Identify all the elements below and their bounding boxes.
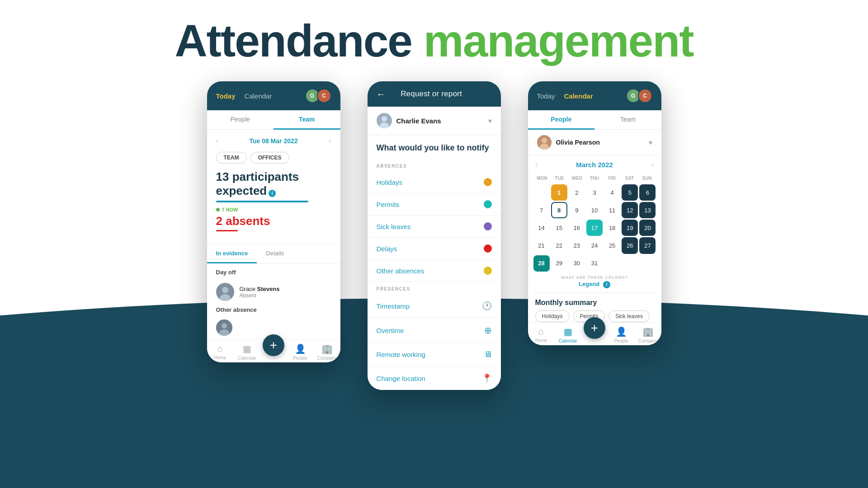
inner-tab-evidence[interactable]: In evidence [207, 244, 257, 263]
phones-container: Today Calendar G C People Team ‹ Tue 08 … [207, 81, 661, 390]
cal-day-15[interactable]: 15 [551, 220, 567, 236]
cal-day-24[interactable]: 24 [586, 237, 603, 253]
day-off-label: Day off [207, 269, 340, 279]
nav-calendar-bottom-3[interactable]: ▦ Calendar [555, 326, 581, 343]
nav-calendar-1[interactable]: Calendar [245, 92, 272, 100]
info-icon-1[interactable]: i [269, 190, 276, 197]
cal-day-17[interactable]: 17 [586, 220, 603, 236]
absence-sick-leaves[interactable]: Sick leaves [368, 216, 501, 238]
cal-day-23[interactable]: 23 [569, 237, 585, 253]
nav-today-1[interactable]: Today [216, 92, 236, 100]
back-button[interactable]: ← [377, 89, 386, 99]
cal-day-2[interactable]: 2 [569, 184, 585, 201]
svg-point-10 [542, 138, 547, 143]
phone-1-bottom-nav: ⌂ Home ▦ Calendar + 👤 People 🏢 Company [207, 339, 340, 362]
person-row-1: Grace Stevens Absent [207, 279, 340, 305]
now-label: 7 NOW [216, 207, 331, 212]
permits-dot [484, 200, 492, 208]
absence-other[interactable]: Other absences [368, 260, 501, 282]
filter-offices[interactable]: OFFICES [250, 152, 289, 164]
cal-day-22[interactable]: 22 [551, 237, 567, 253]
presence-location[interactable]: Change location 📍 [368, 366, 501, 390]
cal-day-14[interactable]: 14 [533, 220, 550, 236]
cal-day-4[interactable]: 4 [604, 184, 620, 201]
person-avatar-2 [216, 319, 232, 336]
cal-day-1[interactable]: 1 [551, 184, 567, 201]
presence-overtime[interactable]: Overtime ⊕ [368, 318, 501, 343]
cal-day-28[interactable]: 28 [533, 255, 550, 272]
person-selector-3[interactable]: Olivia Pearson ▾ [528, 130, 661, 155]
presence-timestamp[interactable]: Timestamp 🕐 [368, 294, 501, 318]
phone-screen-3: Today Calendar G C People Team [528, 81, 661, 345]
cal-day-26[interactable]: 26 [622, 237, 638, 253]
remote-label: Remote working [377, 351, 425, 358]
cal-day-25[interactable]: 25 [604, 237, 620, 253]
tab-team-1[interactable]: Team [274, 110, 340, 130]
cal-day-10[interactable]: 10 [586, 202, 603, 218]
other-absence-label: Other absence [207, 305, 340, 316]
person-status-1: Absent [240, 292, 280, 299]
cal-day-21[interactable]: 21 [533, 237, 550, 253]
overtime-label: Overtime [377, 327, 404, 334]
nav-people-3[interactable]: 👤 People [608, 326, 635, 343]
date-prev[interactable]: ‹ [216, 136, 219, 145]
tab-team-3[interactable]: Team [594, 110, 661, 129]
current-date: Tue 08 Mar 2022 [249, 137, 297, 145]
title-dark-part: Attendance [175, 15, 412, 66]
cal-day-9[interactable]: 9 [569, 202, 585, 218]
fab-button-3[interactable]: + [584, 317, 605, 339]
cal-day-20[interactable]: 20 [639, 220, 656, 236]
nav-people-1[interactable]: 👤 People [287, 343, 314, 361]
dropdown-arrow-2[interactable]: ▾ [488, 117, 492, 125]
nav-home-3[interactable]: ⌂ Home [528, 326, 555, 343]
month-next[interactable]: › [651, 160, 654, 169]
nav-calendar-3[interactable]: Calendar [564, 92, 593, 100]
cal-day-11[interactable]: 11 [604, 202, 620, 218]
cal-day-31[interactable]: 31 [586, 255, 603, 272]
tab-people-3[interactable]: People [528, 110, 595, 130]
cal-day-18[interactable]: 18 [604, 220, 620, 236]
cal-day-6[interactable]: 6 [639, 184, 656, 201]
person-info-1: Grace Stevens Absent [240, 286, 280, 299]
fab-button-1[interactable]: + [263, 334, 284, 356]
person-selector[interactable]: Charlie Evans ▾ [368, 107, 501, 135]
nav-company-3[interactable]: 🏢 Company [635, 326, 661, 343]
inner-tabs: In evidence Details [207, 244, 340, 263]
cal-day-3[interactable]: 3 [586, 184, 603, 201]
nav-home-1[interactable]: ⌂ Home [207, 343, 234, 361]
tab-people-1[interactable]: People [207, 110, 274, 129]
cal-day-29[interactable]: 29 [551, 255, 567, 272]
legend[interactable]: Legend i [528, 281, 661, 293]
home-icon-3: ⌂ [538, 326, 544, 337]
cal-day-30[interactable]: 30 [569, 255, 585, 272]
people-icon-3: 👤 [616, 326, 627, 337]
phone-1-tabs: People Team [207, 110, 340, 130]
phone-3-nav: Today Calendar [537, 92, 593, 100]
absence-delays[interactable]: Delays [368, 238, 501, 260]
dropdown-arrow-3[interactable]: ▾ [649, 138, 652, 147]
presence-remote[interactable]: Remote working 🖥 [368, 343, 501, 366]
summary-sick-leaves[interactable]: Sick leaves [609, 310, 650, 322]
cal-day-19[interactable]: 19 [622, 220, 638, 236]
inner-tab-details[interactable]: Details [257, 244, 293, 263]
month-prev[interactable]: ‹ [535, 160, 538, 169]
cal-day-12[interactable]: 12 [622, 202, 638, 218]
avatar-3b: C [638, 89, 652, 103]
cal-day-8[interactable]: 8 [551, 202, 567, 218]
absence-holidays[interactable]: Holidays [368, 171, 501, 193]
nav-company-1[interactable]: 🏢 Company [314, 343, 340, 361]
phone-screen-2: ← Request or report [368, 81, 501, 390]
nav-calendar-bottom-1[interactable]: ▦ Calendar [234, 343, 260, 361]
date-next[interactable]: › [328, 136, 331, 145]
cal-day-5[interactable]: 5 [622, 184, 638, 201]
cal-day-16[interactable]: 16 [569, 220, 585, 236]
cal-day-27[interactable]: 27 [639, 237, 656, 253]
filter-team[interactable]: TEAM [216, 152, 247, 164]
summary-holidays[interactable]: Holidays [535, 310, 570, 322]
cal-day-7[interactable]: 7 [533, 202, 550, 218]
nav-today-3[interactable]: Today [537, 92, 555, 100]
absence-permits[interactable]: Permits [368, 193, 501, 216]
other-absences-dot [484, 267, 492, 275]
title-green-part: management [424, 15, 693, 66]
cal-day-13[interactable]: 13 [639, 202, 656, 218]
